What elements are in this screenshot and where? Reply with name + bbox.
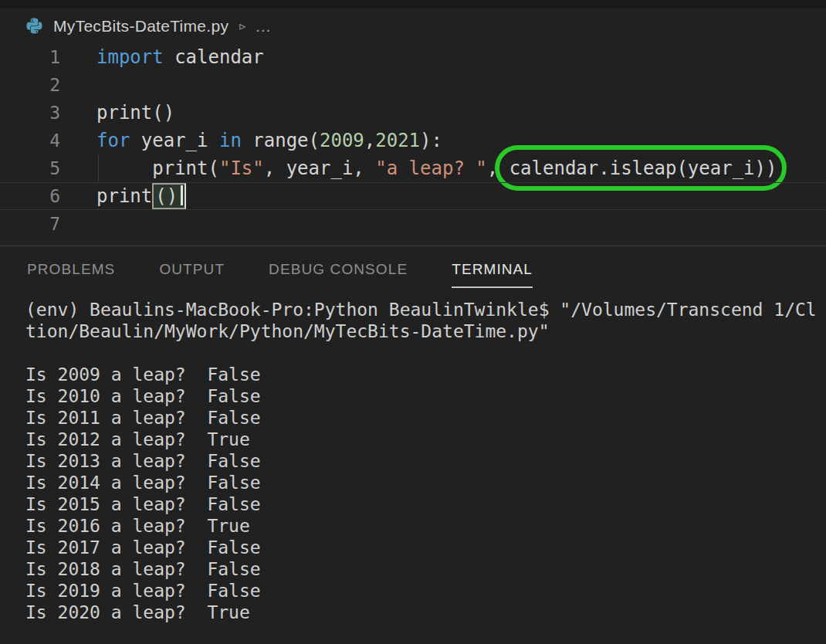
python-icon: [25, 17, 43, 35]
code-editor[interactable]: 1import calendar23print()4for year_i in …: [0, 43, 826, 246]
bracket-match-highlight: (): [152, 183, 186, 209]
line-number: 5: [0, 154, 60, 182]
indent-guide: [98, 154, 99, 182]
code-line[interactable]: 6print(): [0, 182, 826, 210]
code-token: ,: [487, 158, 509, 179]
window-top-strip: [0, 0, 826, 8]
line-number: 4: [0, 127, 60, 154]
line-number: 6: [0, 182, 60, 210]
panel-tab-problems[interactable]: PROBLEMS: [27, 246, 115, 293]
code-line-text: print("Is", year_i, "a leap? ", calendar…: [96, 154, 777, 182]
code-line[interactable]: 1import calendar: [0, 43, 826, 71]
code-line-text: print(): [96, 182, 186, 210]
code-line[interactable]: 7: [0, 210, 826, 238]
cursor-caret: [181, 185, 183, 205]
code-token: 2021: [375, 130, 420, 151]
terminal-line: Is 2012 a leap? True: [25, 429, 826, 450]
terminal-line: [25, 342, 826, 364]
code-token: ):: [420, 130, 442, 151]
terminal-line: Is 2011 a leap? False: [25, 407, 826, 429]
code-token: print(): [96, 102, 174, 124]
code-line-text: for year_i in range(2009,2021):: [96, 127, 442, 154]
panel-tab-output[interactable]: OUTPUT: [159, 246, 225, 293]
terminal-line: Is 2016 a leap? True: [25, 515, 826, 537]
code-token: , year_i,: [264, 158, 376, 179]
code-line[interactable]: 4for year_i in range(2009,2021):: [0, 127, 826, 154]
terminal-line: Is 2015 a leap? False: [25, 493, 826, 515]
code-token: print(: [96, 158, 219, 179]
code-line-text: print(): [96, 99, 174, 127]
code-token: 2009: [320, 130, 364, 151]
code-token: for: [96, 130, 130, 151]
code-token: range(: [242, 130, 320, 151]
code-token: calendar: [164, 46, 264, 68]
file-tab-title[interactable]: MyTecBits-DateTime.py: [53, 17, 229, 36]
annotation-circle-target: calendar.isleap(year_i)): [509, 158, 777, 179]
breadcrumb-more[interactable]: …: [255, 17, 272, 36]
code-token: print: [96, 185, 152, 207]
code-token: year_i: [130, 130, 219, 151]
bottom-panel: PROBLEMSOUTPUTDEBUG CONSOLETERMINAL (env…: [0, 246, 826, 623]
terminal-line: Is 2009 a leap? False: [25, 364, 826, 385]
panel-tab-bar: PROBLEMSOUTPUTDEBUG CONSOLETERMINAL: [0, 246, 826, 293]
line-number: 3: [0, 99, 60, 127]
code-line-text: import calendar: [96, 43, 264, 71]
code-line[interactable]: 3print(): [0, 99, 826, 127]
terminal-line: Is 2020 a leap? True: [25, 602, 826, 623]
editor-breadcrumb-bar: MyTecBits-DateTime.py ▹ …: [0, 8, 826, 43]
terminal-output[interactable]: (env) Beaulins-MacBook-Pro:Python Beauli…: [0, 293, 826, 623]
terminal-line: tion/Beaulin/MyWork/Python/MyTecBits-Dat…: [25, 320, 826, 342]
code-token: import: [96, 46, 164, 68]
line-number: 1: [0, 43, 60, 71]
terminal-line: Is 2010 a leap? False: [25, 385, 826, 407]
line-number: 2: [0, 71, 60, 99]
terminal-line: Is 2013 a leap? False: [25, 450, 826, 472]
terminal-line: (env) Beaulins-MacBook-Pro:Python Beauli…: [25, 299, 826, 320]
panel-tab-terminal[interactable]: TERMINAL: [452, 246, 533, 293]
terminal-line: Is 2017 a leap? False: [25, 537, 826, 558]
code-token: in: [219, 130, 242, 151]
code-token: "a leap? ": [375, 158, 487, 179]
terminal-line: Is 2014 a leap? False: [25, 472, 826, 493]
panel-tab-debug-console[interactable]: DEBUG CONSOLE: [269, 246, 408, 293]
line-number: 7: [0, 210, 60, 238]
terminal-line: Is 2019 a leap? False: [25, 580, 826, 602]
code-token: ,: [364, 130, 375, 151]
code-line[interactable]: 5 print("Is", year_i, "a leap? ", calend…: [0, 154, 826, 182]
breadcrumb-chevron-icon: ▹: [239, 19, 245, 33]
terminal-line: Is 2018 a leap? False: [25, 558, 826, 580]
code-token: "Is": [219, 158, 264, 179]
code-line[interactable]: 2: [0, 71, 826, 99]
